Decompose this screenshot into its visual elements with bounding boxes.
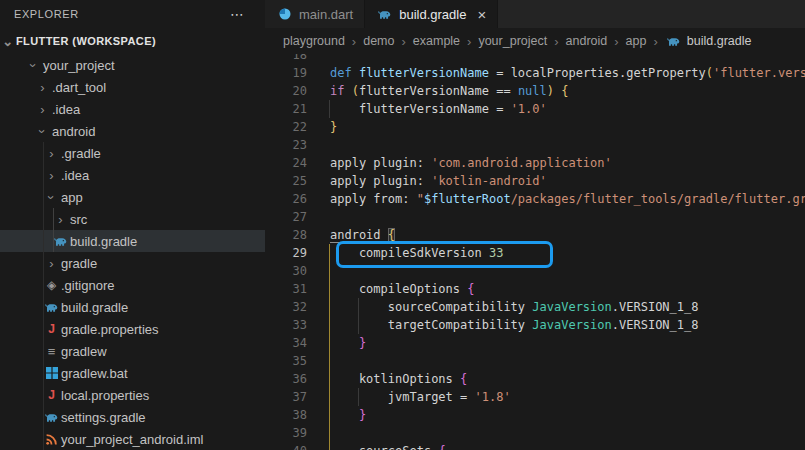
gradle-icon xyxy=(376,7,393,22)
line-number: 24 xyxy=(265,154,307,172)
code-line[interactable]: 29 compileSdkVersion 33 xyxy=(265,244,805,262)
code-line[interactable]: 20if (flutterVersionName == null) { xyxy=(265,82,805,100)
chevron-down-icon[interactable]: › xyxy=(43,191,60,204)
code-line[interactable]: 40 sourceSets { xyxy=(265,442,805,450)
chevron-down-icon[interactable]: › xyxy=(34,125,51,138)
line-number: 31 xyxy=(265,280,307,298)
tree-item[interactable]: Jgradle.properties xyxy=(0,318,265,340)
chevron-down-icon[interactable]: ⌄ xyxy=(0,35,16,48)
tree-item-label: src xyxy=(69,212,87,227)
workspace-section-header[interactable]: ⌄ FLUTTER (WORKSPACE) xyxy=(0,28,265,54)
tree-item-label: .idea xyxy=(51,102,80,117)
code-line[interactable]: 25apply plugin: 'kotlin-android' xyxy=(265,172,805,190)
tree-item-label: app xyxy=(60,190,83,205)
code-line[interactable]: 39 xyxy=(265,424,805,442)
code-line[interactable]: 34 } xyxy=(265,334,805,352)
editor-tab-bar: main.dartbuild.gradle× xyxy=(265,0,805,28)
code-line[interactable]: 21 flutterVersionName = '1.0' xyxy=(265,100,805,118)
code-line[interactable]: 36 kotlinOptions { xyxy=(265,370,805,388)
tree-item[interactable]: ›your_project xyxy=(0,54,265,76)
line-number: 22 xyxy=(265,118,307,136)
tree-item[interactable]: ›gradle xyxy=(0,252,265,274)
chevron-right-icon[interactable]: › xyxy=(43,257,60,270)
breadcrumb-item[interactable]: app xyxy=(626,34,647,48)
chevron-right-icon[interactable]: › xyxy=(52,213,69,226)
tree-item-label: build.gradle xyxy=(69,234,137,249)
tree-item[interactable]: ›.gradle xyxy=(0,142,265,164)
gradle-icon xyxy=(52,234,69,249)
code-line[interactable]: 27 xyxy=(265,208,805,226)
line-number: 33 xyxy=(265,316,307,334)
line-number: 19 xyxy=(265,64,307,82)
tree-item[interactable]: ›.idea xyxy=(0,164,265,186)
tree-item[interactable]: ›app xyxy=(0,186,265,208)
code-lines: 1819def flutterVersionName = localProper… xyxy=(265,54,805,450)
tree-item[interactable]: settings.gradle xyxy=(0,406,265,428)
tab-label: main.dart xyxy=(299,7,353,22)
code-line[interactable]: 23 xyxy=(265,136,805,154)
code-line[interactable]: 31 compileOptions { xyxy=(265,280,805,298)
code-line[interactable]: 38 } xyxy=(265,406,805,424)
script-icon: ≡ xyxy=(43,344,60,359)
tree-item-label: local.properties xyxy=(60,388,149,403)
line-number: 29 xyxy=(265,244,307,262)
code-line[interactable]: 30 xyxy=(265,262,805,280)
code-line[interactable]: 22} xyxy=(265,118,805,136)
code-text: apply plugin: 'com.android.application' xyxy=(307,154,612,172)
tree-item[interactable]: ›src xyxy=(0,208,265,230)
tree-item[interactable]: ◈.gitignore xyxy=(0,274,265,296)
line-number: 26 xyxy=(265,190,307,208)
chevron-down-icon[interactable]: › xyxy=(25,59,42,72)
tree-item[interactable]: ≡gradlew xyxy=(0,340,265,362)
code-line[interactable]: 35 xyxy=(265,352,805,370)
breadcrumb-item[interactable]: demo xyxy=(363,34,394,48)
tree-item[interactable]: ›android xyxy=(0,120,265,142)
chevron-right-icon[interactable]: › xyxy=(34,81,51,94)
line-number: 30 xyxy=(265,262,307,280)
breadcrumb-item[interactable]: playground xyxy=(283,34,345,48)
code-line[interactable]: 37 jvmTarget = '1.8' xyxy=(265,388,805,406)
tree-indent-guide xyxy=(43,142,44,450)
code-text: def flutterVersionName = localProperties… xyxy=(307,64,805,82)
breadcrumb-item[interactable]: example xyxy=(413,34,460,48)
code-line[interactable]: 32 sourceCompatibility JavaVersion.VERSI… xyxy=(265,298,805,316)
tree-item[interactable]: build.gradle xyxy=(0,230,265,252)
chevron-right-icon[interactable]: › xyxy=(43,169,60,182)
breadcrumb-item[interactable]: your_project xyxy=(478,34,547,48)
line-number: 20 xyxy=(265,82,307,100)
code-editor[interactable]: 1819def flutterVersionName = localProper… xyxy=(265,54,805,450)
close-icon[interactable]: × xyxy=(477,6,486,23)
code-line[interactable]: 26apply from: "$flutterRoot/packages/flu… xyxy=(265,190,805,208)
code-text xyxy=(307,136,330,154)
tree-item[interactable]: your_project_android.iml xyxy=(0,428,265,450)
java-properties-icon: J xyxy=(43,388,60,402)
breadcrumb-separator-icon: › xyxy=(547,34,565,49)
code-line[interactable]: 24apply plugin: 'com.android.application… xyxy=(265,154,805,172)
code-line[interactable]: 18 xyxy=(265,54,805,64)
chevron-right-icon[interactable]: › xyxy=(34,103,51,116)
code-text xyxy=(307,54,330,64)
code-text xyxy=(307,262,330,280)
tree-item[interactable]: ›.idea xyxy=(0,98,265,120)
code-text: android { xyxy=(307,226,395,244)
tab-build.gradle[interactable]: build.gradle× xyxy=(365,0,498,28)
tree-item[interactable]: Jlocal.properties xyxy=(0,384,265,406)
code-line[interactable]: 28android { xyxy=(265,226,805,244)
explorer-title: EXPLORER xyxy=(14,8,79,20)
tab-main.dart[interactable]: main.dart xyxy=(265,0,365,28)
code-line[interactable]: 19def flutterVersionName = localProperti… xyxy=(265,64,805,82)
line-number: 37 xyxy=(265,388,307,406)
tree-item-label: .dart_tool xyxy=(51,80,106,95)
tree-item-label: gradlew.bat xyxy=(60,366,128,381)
more-actions-icon[interactable]: ⋯ xyxy=(230,6,245,22)
breadcrumb-item[interactable]: android xyxy=(566,34,608,48)
code-text: compileSdkVersion 33 xyxy=(307,244,503,262)
tree-item[interactable]: gradlew.bat xyxy=(0,362,265,384)
tree-item[interactable]: build.gradle xyxy=(0,296,265,318)
breadcrumb-file[interactable]: build.gradle xyxy=(665,34,752,49)
code-line[interactable]: 33 targetCompatibility JavaVersion.VERSI… xyxy=(265,316,805,334)
code-text: compileOptions { xyxy=(307,280,475,298)
tree-item[interactable]: ›.dart_tool xyxy=(0,76,265,98)
chevron-right-icon[interactable]: › xyxy=(43,147,60,160)
tree-indent-guide xyxy=(53,208,54,252)
